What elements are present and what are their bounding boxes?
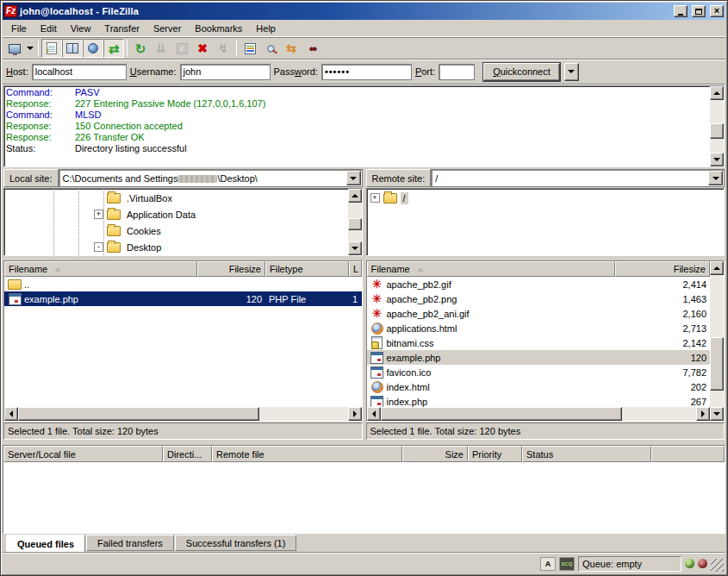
file-row[interactable]: apache_pb2_ani.gif 2,160 — [367, 306, 711, 321]
scroll-thumb[interactable] — [710, 337, 724, 391]
scroll-left-button[interactable] — [367, 407, 381, 421]
scroll-thumb[interactable] — [348, 218, 362, 230]
local-pane: Local site: C:\Documents and Settings\De… — [3, 169, 363, 440]
scroll-up-button[interactable] — [710, 86, 724, 100]
file-row[interactable]: index.php 267 — [367, 394, 711, 407]
file-row-example-php[interactable]: example.php 120 — [367, 350, 711, 365]
find-files-button[interactable]: ●● — [302, 39, 322, 58]
tab-queued-files[interactable]: Queued files — [6, 535, 85, 553]
scroll-down-button[interactable] — [710, 407, 724, 421]
local-hscrollbar[interactable] — [4, 407, 362, 421]
scroll-thumb[interactable] — [381, 407, 622, 421]
local-site-combo[interactable]: C:\Documents and Settings\Desktop\ — [59, 169, 363, 187]
compare-directories-button[interactable] — [260, 39, 281, 58]
speed-limit-icon[interactable]: SCQ — [559, 557, 575, 571]
remote-site-combo[interactable]: / — [431, 169, 725, 187]
scroll-right-button[interactable] — [696, 407, 710, 421]
quickconnect-button[interactable]: Quickconnect — [483, 63, 560, 81]
tree-item-desktop[interactable]: - Desktop — [4, 239, 348, 255]
toggle-remote-tree-button[interactable] — [83, 39, 103, 58]
column-header-remote-file[interactable]: Remote file — [212, 446, 402, 462]
tab-failed-transfers[interactable]: Failed transfers — [86, 535, 174, 551]
menu-file[interactable]: File — [4, 22, 34, 35]
message-log-icon — [47, 42, 57, 54]
minimize-button[interactable] — [674, 5, 688, 17]
queue-header: Server/Local file Directi... Remote file… — [3, 446, 725, 462]
refresh-button[interactable]: ↻ — [130, 39, 151, 58]
menu-bookmarks[interactable]: Bookmarks — [188, 22, 249, 35]
collapse-icon[interactable]: - — [94, 242, 103, 252]
site-manager-button[interactable] — [4, 39, 25, 58]
menu-server[interactable]: Server — [146, 22, 188, 35]
column-header-filename[interactable]: Filename — [367, 261, 615, 277]
toggle-queue-button[interactable]: ⇄ — [103, 39, 124, 58]
toggle-message-log-button[interactable] — [41, 39, 62, 58]
tab-successful-transfers[interactable]: Successful transfers (1) — [175, 535, 297, 551]
column-header-size[interactable]: Size — [402, 446, 468, 462]
reconnect-button[interactable]: ↯ — [213, 39, 233, 58]
file-row-updir[interactable]: .. — [4, 277, 362, 291]
file-row[interactable]: index.html 202 — [367, 379, 711, 394]
maximize-button[interactable] — [692, 5, 706, 17]
file-row[interactable]: applications.html 2,713 — [367, 321, 711, 335]
scroll-down-button[interactable] — [710, 153, 724, 166]
password-input[interactable]: •••••• — [321, 64, 412, 80]
column-header-filesize[interactable]: Filesize — [615, 261, 711, 277]
column-header-server-local-file[interactable]: Server/Local file — [3, 446, 163, 462]
column-header-status[interactable]: Status — [522, 446, 651, 462]
tree-item-virtualbox[interactable]: .VirtualBox — [4, 190, 348, 206]
site-manager-dropdown[interactable] — [25, 39, 35, 58]
expand-icon[interactable]: + — [94, 210, 103, 219]
synchronized-browsing-button[interactable]: ⇆ — [281, 39, 302, 58]
local-site-dropdown[interactable] — [346, 171, 361, 185]
scroll-thumb[interactable] — [710, 123, 724, 139]
scroll-down-button[interactable] — [348, 241, 362, 255]
log-scrollbar[interactable] — [710, 86, 724, 166]
queue-body[interactable] — [3, 462, 725, 533]
expand-icon[interactable]: + — [370, 193, 380, 203]
process-queue-button[interactable]: ⇊ — [151, 39, 171, 58]
column-header-filename[interactable]: Filename — [4, 261, 197, 277]
disconnect-button[interactable]: ✖ — [192, 39, 213, 58]
remote-vscrollbar[interactable] — [710, 261, 724, 421]
tree-item-root[interactable]: + / — [367, 190, 725, 206]
column-header-filetype[interactable]: Filetype — [265, 261, 349, 277]
chevron-down-icon — [350, 177, 357, 180]
file-row[interactable]: bitnami.css 2,142 — [367, 335, 711, 350]
arrow-down-icon — [352, 247, 358, 250]
local-tree-scrollbar[interactable] — [348, 189, 362, 255]
file-row-example-php[interactable]: example.php 120 PHP File 1 — [4, 291, 362, 306]
file-row[interactable]: apache_pb2.png 1,463 — [367, 291, 711, 306]
menu-transfer[interactable]: Transfer — [97, 22, 146, 35]
username-input[interactable]: john — [180, 64, 271, 80]
column-header-filesize[interactable]: Filesize — [197, 261, 265, 277]
column-header-direction[interactable]: Directi... — [163, 446, 212, 462]
file-row[interactable]: favicon.ico 7,782 — [367, 365, 711, 379]
tree-item-application-data[interactable]: + Application Data — [4, 206, 348, 222]
remote-site-dropdown[interactable] — [708, 171, 723, 185]
menu-edit[interactable]: Edit — [34, 22, 64, 35]
directory-filters-button[interactable] — [240, 39, 260, 58]
menu-help[interactable]: Help — [249, 22, 283, 35]
scroll-thumb[interactable] — [18, 407, 259, 421]
remote-hscrollbar[interactable] — [367, 407, 711, 421]
cancel-button[interactable]: x — [171, 39, 192, 58]
filezilla-logo-icon: Fz — [4, 5, 17, 17]
tree-item-cookies[interactable]: Cookies — [4, 222, 348, 239]
port-input[interactable] — [439, 64, 475, 80]
scroll-up-button[interactable] — [348, 189, 362, 203]
data-type-icon[interactable]: A — [540, 557, 556, 571]
host-input[interactable]: localhost — [32, 64, 127, 80]
close-button[interactable]: × — [710, 5, 724, 17]
toggle-local-tree-button[interactable] — [62, 39, 83, 58]
column-header-priority[interactable]: Priority — [468, 446, 522, 462]
file-row[interactable]: apache_pb2.gif 2,414 — [367, 277, 711, 291]
column-header-modified[interactable]: L — [349, 261, 362, 277]
quickconnect-dropdown[interactable] — [564, 63, 579, 81]
menu-view[interactable]: View — [64, 22, 98, 35]
scroll-up-button[interactable] — [710, 261, 724, 275]
remote-tree-icon — [88, 43, 98, 53]
scroll-right-button[interactable] — [348, 407, 362, 421]
scroll-left-button[interactable] — [4, 407, 18, 421]
resize-grip[interactable] — [711, 559, 724, 572]
